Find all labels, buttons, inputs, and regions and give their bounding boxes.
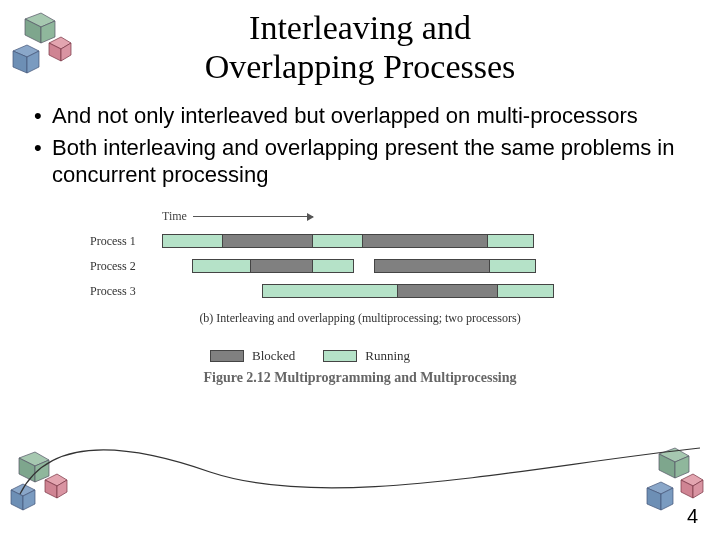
svg-marker-25 [647, 488, 661, 510]
figure-subcaption: (b) Interleaving and overlapping (multip… [90, 311, 630, 326]
svg-marker-24 [647, 482, 673, 494]
svg-marker-19 [659, 454, 675, 478]
process-bar [162, 234, 534, 248]
decorative-curve [10, 424, 710, 504]
svg-marker-23 [693, 480, 703, 498]
running-segment [490, 260, 535, 272]
running-segment [193, 260, 251, 272]
figure-container: Time Process 1Process 2Process 3 (b) Int… [90, 209, 630, 386]
blocked-segment [398, 285, 498, 297]
svg-marker-15 [11, 484, 35, 496]
running-segment [263, 285, 398, 297]
process-row: Process 2 [90, 259, 630, 274]
page-number: 4 [687, 505, 698, 528]
bullet-list: And not only interleaved but overlapped … [0, 98, 720, 199]
svg-marker-10 [19, 458, 35, 482]
bullet-item: Both interleaving and overlapping presen… [52, 134, 684, 189]
blocked-segment [375, 260, 490, 272]
svg-marker-26 [661, 488, 673, 510]
corner-decoration-bottom-right [635, 440, 715, 520]
blocked-segment [363, 235, 488, 247]
svg-marker-22 [681, 480, 693, 498]
legend-item-blocked: Blocked [210, 348, 295, 364]
process-label: Process 1 [90, 234, 162, 249]
title-line-2: Overlapping Processes [205, 48, 516, 85]
svg-marker-14 [57, 480, 67, 498]
legend: Blocked Running [210, 348, 630, 364]
running-segment [313, 260, 353, 272]
process-bar [192, 259, 354, 273]
swatch-blocked-icon [210, 350, 244, 362]
process-row: Process 1 [90, 234, 630, 249]
svg-marker-11 [35, 460, 49, 482]
process-label: Process 2 [90, 259, 162, 274]
svg-marker-20 [675, 456, 689, 478]
time-axis: Time [162, 209, 630, 224]
svg-marker-21 [681, 474, 703, 486]
svg-marker-12 [45, 474, 67, 486]
running-segment [498, 285, 553, 297]
legend-label-blocked: Blocked [252, 348, 295, 364]
corner-decoration-bottom-left [5, 440, 85, 520]
process-bar [374, 259, 536, 273]
blocked-segment [251, 260, 313, 272]
svg-marker-9 [19, 452, 49, 466]
blocked-segment [223, 235, 313, 247]
running-segment [488, 235, 533, 247]
process-bar [262, 284, 554, 298]
legend-label-running: Running [365, 348, 410, 364]
bullet-item: And not only interleaved but overlapped … [52, 102, 684, 130]
svg-marker-13 [45, 480, 57, 498]
svg-marker-18 [659, 448, 689, 462]
legend-item-running: Running [323, 348, 410, 364]
process-row: Process 3 [90, 284, 630, 299]
figure-caption: Figure 2.12 Multiprogramming and Multipr… [90, 370, 630, 386]
running-segment [163, 235, 223, 247]
swatch-running-icon [323, 350, 357, 362]
process-label: Process 3 [90, 284, 162, 299]
time-arrow-icon [193, 216, 313, 217]
title-line-1: Interleaving and [249, 9, 471, 46]
slide-title: Interleaving and Overlapping Processes [0, 0, 720, 98]
svg-marker-16 [11, 490, 23, 510]
time-label: Time [162, 209, 187, 224]
svg-marker-17 [23, 490, 35, 510]
running-segment [313, 235, 363, 247]
